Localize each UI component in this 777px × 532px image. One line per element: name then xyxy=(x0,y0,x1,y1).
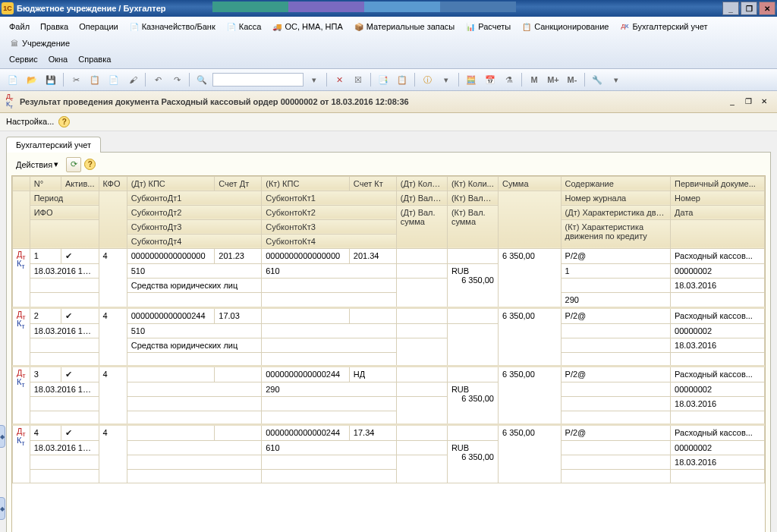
calendar-icon[interactable]: 📅 xyxy=(482,71,499,88)
col-doc-num[interactable]: Номер xyxy=(671,190,765,205)
dropdown3-icon[interactable]: ▾ xyxy=(608,71,624,88)
col-subkt3[interactable]: СубконтоКт3 xyxy=(262,219,397,234)
col-primary-doc[interactable]: Первичный докуме... xyxy=(671,176,765,190)
menu-санкционирование[interactable]: 📋Санкционирование xyxy=(517,19,613,34)
mplus-icon[interactable]: M+ xyxy=(545,71,562,88)
data-grid[interactable]: N° Актив... КФО (Дт) КПС Счет Дт (Кт) КП… xyxy=(11,175,766,532)
menu-файл[interactable]: Файл xyxy=(5,20,34,33)
col-dt-cur[interactable]: (Дт) Валю... xyxy=(396,190,447,205)
col-dt-kps[interactable]: (Дт) КПС xyxy=(127,176,215,190)
copy-icon[interactable]: 📋 xyxy=(87,71,103,88)
copy2-icon[interactable]: 📑 xyxy=(375,71,392,88)
table-row[interactable]: ДтКт 2 ✔ 4 0000000000000244 17.03 6 350,… xyxy=(13,307,765,323)
new-doc-icon[interactable]: 📄 xyxy=(5,71,21,88)
col-subdt1[interactable]: СубконтоДт1 xyxy=(127,190,262,205)
minimize-button[interactable]: _ xyxy=(722,2,739,15)
menu-ос-нма-нпа[interactable]: 🚚ОС, НМА, НПА xyxy=(267,19,347,34)
close-all-icon[interactable]: ☒ xyxy=(350,71,366,88)
search-input[interactable] xyxy=(212,73,304,87)
col-subdt3[interactable]: СубконтоДт3 xyxy=(127,219,262,234)
calc-icon[interactable]: 🧮 xyxy=(463,71,480,88)
menu-окна[interactable]: Окна xyxy=(44,52,73,66)
tab-accounting[interactable]: Бухгалтерский учет xyxy=(6,137,101,153)
menu-бухгалтерский-учет[interactable]: ДКБухгалтерский учет xyxy=(615,19,712,34)
menu-правка[interactable]: Правка xyxy=(36,20,73,33)
doc-close-button[interactable]: ✕ xyxy=(757,96,771,108)
col-subkt2[interactable]: СубконтоКт2 xyxy=(262,205,397,219)
doc-minimize-button[interactable]: _ xyxy=(725,96,739,108)
filter-icon[interactable]: ⚗ xyxy=(501,71,517,88)
save-icon[interactable]: 💾 xyxy=(42,71,59,88)
brush-icon[interactable]: 🖌 xyxy=(124,71,141,88)
col-kt-cur-sum[interactable]: (Кт) Вал. сумма xyxy=(447,205,498,248)
cut-icon[interactable]: ✂ xyxy=(68,71,84,88)
col-dt-char[interactable]: (Дт) Характеристика дви... xyxy=(561,205,671,219)
cell-skt3 xyxy=(262,469,397,483)
col-subdt2[interactable]: СубконтоДт2 xyxy=(127,205,262,219)
col-kt-cur[interactable]: (Кт) Валю... xyxy=(447,190,498,205)
splitter-handle-2[interactable]: ◆ xyxy=(0,497,5,520)
restore-button[interactable]: ❐ xyxy=(741,2,757,15)
doc-restore-button[interactable]: ❐ xyxy=(741,96,755,108)
close-button[interactable]: ✕ xyxy=(759,2,775,15)
col-num[interactable]: N° xyxy=(30,176,61,190)
undo-icon[interactable]: ↶ xyxy=(149,71,166,88)
col-subkt1[interactable]: СубконтоКт1 xyxy=(262,190,397,205)
col-subkt4[interactable]: СубконтоКт4 xyxy=(262,234,397,248)
col-kt-kps[interactable]: (Кт) КПС xyxy=(262,176,350,190)
cell-ifo xyxy=(30,455,99,469)
col-schet-dt[interactable]: Счет Дт xyxy=(215,176,262,190)
cell-kt-val: RUB6 350,00 xyxy=(447,382,498,424)
col-subdt4[interactable]: СубконтоДт4 xyxy=(127,234,262,248)
table-row[interactable]: ДтКт 3 ✔ 4 0000000000000244 НД 6 350,00 … xyxy=(13,366,765,382)
settings-icon[interactable]: 🔧 xyxy=(589,71,606,88)
col-kfo[interactable]: КФО xyxy=(99,176,127,190)
cell-kt-kps: 0000000000000000 xyxy=(262,248,350,263)
cell-dt-qty xyxy=(396,366,447,382)
cell-kfo: 4 xyxy=(99,424,127,483)
menu-казначейство-банк[interactable]: 📄Казначейство/Банк xyxy=(124,19,220,34)
menu-материальные-запасы[interactable]: 📦Материальные запасы xyxy=(349,19,460,34)
table-row[interactable]: ДтКт 4 ✔ 4 0000000000000244 17.34 6 350,… xyxy=(13,424,765,440)
table-row[interactable]: ДтКт 1 ✔ 4 0000000000000000 201.23 00000… xyxy=(13,248,765,263)
dropdown2-icon[interactable]: ▾ xyxy=(438,71,455,88)
menu-операции[interactable]: Операции xyxy=(74,20,122,33)
cell-dt-val-sum xyxy=(396,338,447,366)
actions-menu[interactable]: Действия ▾ xyxy=(11,158,63,171)
col-dt-qty[interactable]: (Дт) Коли... xyxy=(396,176,447,190)
menu-учреждение[interactable]: 🏛Учреждение xyxy=(5,36,74,51)
col-schet-kt[interactable]: Счет Кт xyxy=(349,176,396,190)
col-ifo[interactable]: ИФО xyxy=(30,205,99,219)
col-content[interactable]: Содержание xyxy=(561,176,671,190)
menu-label: Справка xyxy=(78,55,111,64)
col-journal-num[interactable]: Номер журнала xyxy=(561,190,671,205)
col-marker[interactable] xyxy=(13,176,30,190)
paste-icon[interactable]: 📄 xyxy=(105,71,122,88)
m-icon[interactable]: M xyxy=(526,71,543,88)
redo-icon[interactable]: ↷ xyxy=(168,71,185,88)
menu-сервис[interactable]: Сервис xyxy=(5,52,42,66)
delete-icon[interactable]: ✕ xyxy=(331,71,348,88)
info-icon[interactable]: ⓘ xyxy=(419,71,436,88)
menu-касса[interactable]: 📄Касса xyxy=(222,19,266,34)
paste2-icon[interactable]: 📋 xyxy=(394,71,411,88)
settings-link[interactable]: Настройка... xyxy=(6,117,54,126)
col-active[interactable]: Актив... xyxy=(61,176,99,190)
col-dt-cur-sum[interactable]: (Дт) Вал. сумма xyxy=(396,205,447,248)
help-icon[interactable]: ? xyxy=(58,116,70,127)
cell-active: ✔ xyxy=(61,424,99,440)
col-kt-qty[interactable]: (Кт) Коли... xyxy=(447,176,498,190)
mminus-icon[interactable]: M- xyxy=(564,71,580,88)
splitter-handle-1[interactable]: ◆ xyxy=(0,425,5,448)
menu-расчеты[interactable]: 📊Расчеты xyxy=(461,19,515,34)
col-sum[interactable]: Сумма xyxy=(498,176,561,190)
col-kt-char[interactable]: (Кт) Характеристика движения по кредиту xyxy=(561,219,671,248)
col-period[interactable]: Период xyxy=(30,190,99,205)
search-icon[interactable]: 🔍 xyxy=(193,71,210,88)
refresh-button[interactable]: ⟳ xyxy=(66,157,81,172)
panel-help-icon[interactable]: ? xyxy=(84,159,96,170)
open-icon[interactable]: 📂 xyxy=(24,71,40,88)
dropdown-icon[interactable]: ▾ xyxy=(306,71,322,88)
col-date[interactable]: Дата xyxy=(671,205,765,219)
menu-справка[interactable]: Справка xyxy=(74,52,115,66)
